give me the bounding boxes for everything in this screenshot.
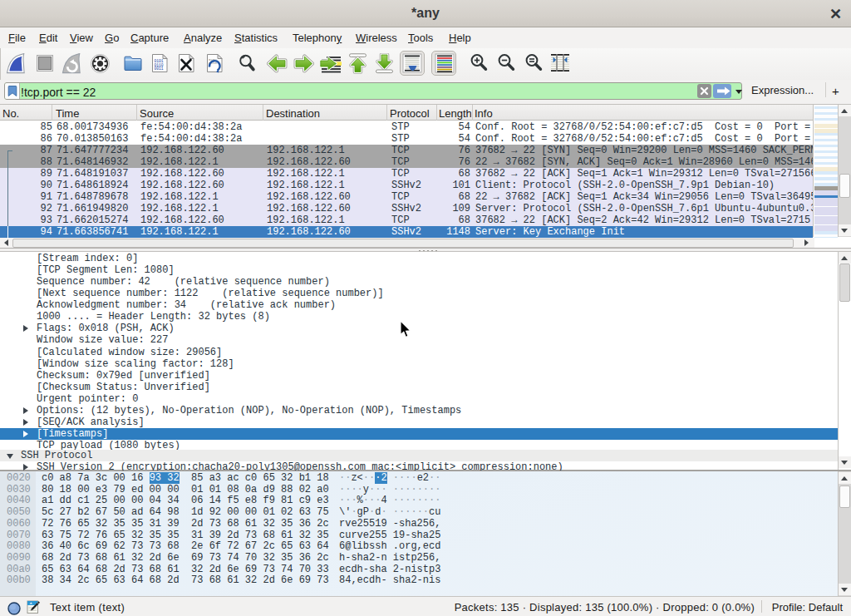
svg-text:0011: 0011 xyxy=(155,67,164,71)
